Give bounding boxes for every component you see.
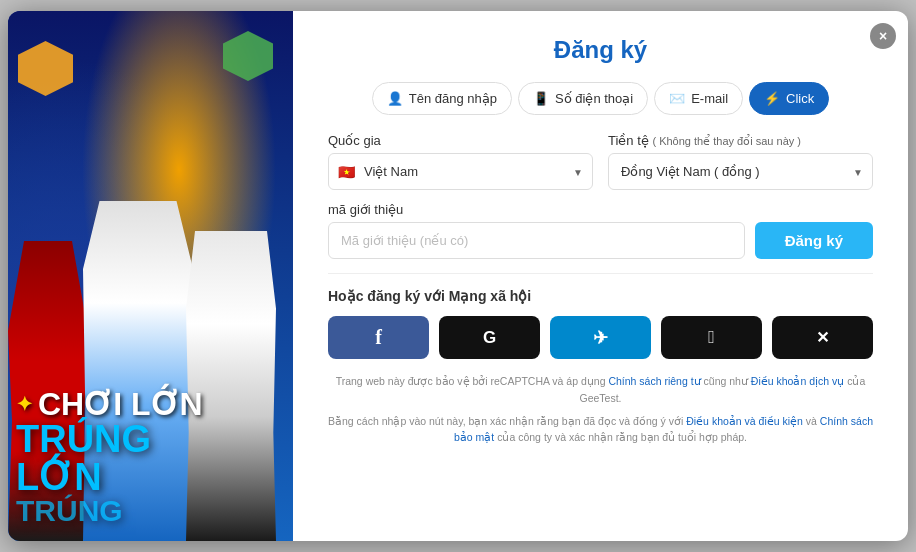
tos-link[interactable]: Điều khoản dịch vụ — [751, 375, 844, 387]
country-group: Quốc gia 🇻🇳 Việt Nam ▼ — [328, 133, 593, 190]
promo-input[interactable] — [328, 222, 745, 259]
tab-phone-label: Số điện thoại — [555, 91, 633, 106]
facebook-icon: f — [375, 326, 382, 349]
promo-line1: ✦ CHƠI LỚN — [16, 388, 285, 420]
tab-username-label: Tên đăng nhập — [409, 91, 497, 106]
vietnam-flag-icon: 🇻🇳 — [338, 164, 355, 180]
terms-link[interactable]: Điều khoản và điều kiện — [686, 415, 803, 427]
lightning-icon: ⚡ — [764, 91, 780, 106]
country-select-wrapper: 🇻🇳 Việt Nam ▼ — [328, 153, 593, 190]
google-login-button[interactable]: G — [439, 316, 540, 359]
tab-phone[interactable]: 📱 Số điện thoại — [518, 82, 648, 115]
promo-label: mã giới thiệu — [328, 202, 745, 217]
phone-icon: 📱 — [533, 91, 549, 106]
country-select[interactable]: Việt Nam — [328, 153, 593, 190]
close-button[interactable]: × — [870, 23, 896, 49]
tab-email-label: E-mail — [691, 91, 728, 106]
apple-icon:  — [708, 327, 715, 348]
telegram-icon: ✈ — [593, 327, 608, 349]
tab-click-label: Click — [786, 91, 814, 106]
currency-note: ( Không thể thay đổi sau này ) — [652, 135, 801, 147]
facebook-login-button[interactable]: f — [328, 316, 429, 359]
email-icon: ✉️ — [669, 91, 685, 106]
footer-recaptcha-text: Trang web này được bảo vệ bởi reCAPTCHA … — [328, 373, 873, 407]
user-icon: 👤 — [387, 91, 403, 106]
social-row: f G ✈  ✕ — [328, 316, 873, 359]
currency-label: Tiền tệ ( Không thể thay đổi sau này ) — [608, 133, 873, 148]
modal-title: Đăng ký — [328, 36, 873, 64]
apple-login-button[interactable]:  — [661, 316, 762, 359]
left-text-overlay: ✦ CHƠI LỚN TRÚNG LỚN TRÚNG — [8, 378, 293, 541]
promo-line2: TRÚNG — [16, 420, 285, 458]
tab-email[interactable]: ✉️ E-mail — [654, 82, 743, 115]
tab-username[interactable]: 👤 Tên đăng nhập — [372, 82, 512, 115]
country-currency-row: Quốc gia 🇻🇳 Việt Nam ▼ Tiền tệ ( Không t… — [328, 133, 873, 190]
x-login-button[interactable]: ✕ — [772, 316, 873, 359]
footer-confirm-text: Bằng cách nhập vào nút này, bạn xác nhận… — [328, 413, 873, 447]
right-panel: × Đăng ký 👤 Tên đăng nhập 📱 Số điện thoạ… — [293, 11, 908, 541]
promo-line4: TRÚNG — [16, 496, 285, 526]
promo-row: mã giới thiệu Đăng ký — [328, 202, 873, 259]
promo-input-group: mã giới thiệu — [328, 202, 745, 259]
star-icon: ✦ — [16, 394, 33, 414]
divider — [328, 273, 873, 274]
telegram-login-button[interactable]: ✈ — [550, 316, 651, 359]
currency-select[interactable]: Đồng Việt Nam ( đồng ) — [608, 153, 873, 190]
register-button[interactable]: Đăng ký — [755, 222, 873, 259]
left-panel: ✦ CHƠI LỚN TRÚNG LỚN TRÚNG — [8, 11, 293, 541]
promo-line3: LỚN — [16, 458, 285, 496]
tab-click[interactable]: ⚡ Click — [749, 82, 829, 115]
google-icon: G — [483, 328, 496, 348]
currency-group: Tiền tệ ( Không thể thay đổi sau này ) Đ… — [608, 133, 873, 190]
privacy-policy-link[interactable]: Chính sách riêng tư — [608, 375, 700, 387]
tab-row: 👤 Tên đăng nhập 📱 Số điện thoại ✉️ E-mai… — [328, 82, 873, 115]
currency-select-wrapper: Đồng Việt Nam ( đồng ) ▼ — [608, 153, 873, 190]
social-label: Hoặc đăng ký với Mạng xã hội — [328, 288, 873, 304]
x-icon: ✕ — [816, 328, 829, 347]
country-label: Quốc gia — [328, 133, 593, 148]
